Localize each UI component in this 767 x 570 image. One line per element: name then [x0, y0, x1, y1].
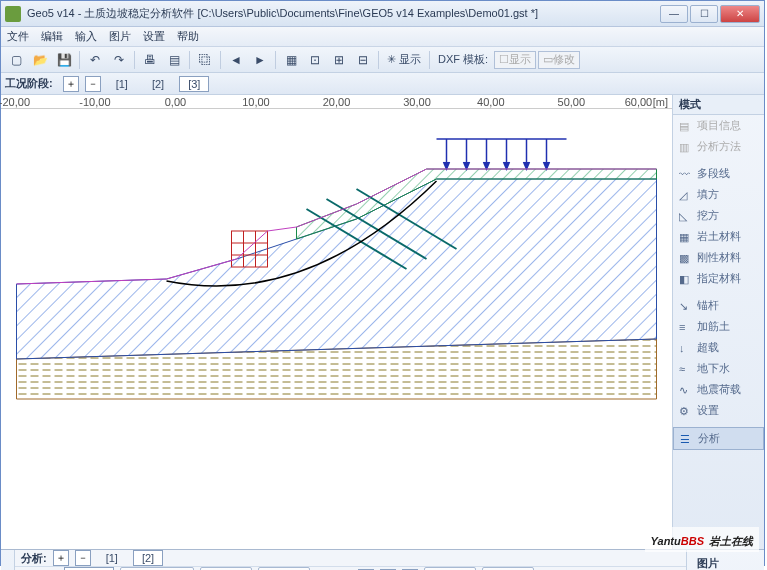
zoom2-icon[interactable]: ⊞ [328, 50, 350, 70]
pic-icon[interactable]: ▤ [163, 50, 185, 70]
redo-icon[interactable]: ↷ [108, 50, 130, 70]
stage-bar: 工况阶段: ＋ － [1] [2] [3] [1, 73, 764, 95]
stage-del-button[interactable]: － [85, 76, 101, 92]
analysis-label: 分析: [21, 551, 47, 566]
analysis-side-label: 分析 [1, 550, 15, 570]
stage-tab-3[interactable]: [3] [179, 76, 209, 92]
mode-setting[interactable]: ⚙设置 [673, 400, 764, 421]
new-icon[interactable]: ▢ [5, 50, 27, 70]
menu-set[interactable]: 设置 [143, 29, 165, 44]
mode-water[interactable]: ≈地下水 [673, 358, 764, 379]
stage-label: 工况阶段: [5, 76, 53, 91]
open-icon[interactable]: 📂 [29, 50, 51, 70]
menu-file[interactable]: 文件 [7, 29, 29, 44]
dxf-modify: ▭ 修改 [538, 51, 580, 69]
close-button[interactable]: ✕ [720, 5, 760, 23]
nav-right-icon[interactable]: ► [249, 50, 271, 70]
toolbar-show-label[interactable]: ✳ 显示 [387, 52, 421, 67]
analysis-tab-2[interactable]: [2] [133, 550, 163, 566]
mode-embankment[interactable]: ◿填方 [673, 184, 764, 205]
nav-left-icon[interactable]: ◄ [225, 50, 247, 70]
mode-soil[interactable]: ▦岩土材料 [673, 226, 764, 247]
ruler: -20,00 -10,00 0,00 10,00 20,00 30,00 40,… [1, 95, 672, 109]
watermark: YantuBBS 岩土在线 [645, 527, 759, 552]
titlebar: Geo5 v14 - 土质边坡稳定分析软件 [C:\Users\Public\D… [1, 1, 764, 27]
stage-tab-1[interactable]: [1] [107, 76, 137, 92]
undo-icon[interactable]: ↶ [84, 50, 106, 70]
dxf-show: ☐ 显示 [494, 51, 536, 69]
maximize-button[interactable]: ☐ [690, 5, 718, 23]
toolbar: ▢ 📂 💾 ↶ ↷ 🖶 ▤ ⿻ ◄ ► ▦ ⊡ ⊞ ⊟ ✳ 显示 DXF 模板:… [1, 47, 764, 73]
stage-add-button[interactable]: ＋ [63, 76, 79, 92]
print-icon[interactable]: 🖶 [139, 50, 161, 70]
stage-tab-2[interactable]: [2] [143, 76, 173, 92]
analysis-add[interactable]: ＋ [53, 550, 69, 566]
drawing-canvas[interactable] [1, 109, 672, 549]
mode-anchor[interactable]: ↘锚杆 [673, 295, 764, 316]
mode-panel: 模式 ▤项目信息 ▥分析方法 〰多段线 ◿填方 ◺挖方 ▦岩土材料 ▩刚性材料 … [672, 95, 764, 549]
mode-quake[interactable]: ∿地震荷载 [673, 379, 764, 400]
mode-method: ▥分析方法 [673, 136, 764, 157]
copy-icon[interactable]: ⿻ [194, 50, 216, 70]
mode-assign[interactable]: ◧指定材料 [673, 268, 764, 289]
menu-help[interactable]: 帮助 [177, 29, 199, 44]
app-icon [5, 6, 21, 22]
mode-analysis[interactable]: ☰分析 [673, 427, 764, 450]
mode-cut[interactable]: ◺挖方 [673, 205, 764, 226]
menubar: 文件 编辑 输入 图片 设置 帮助 [1, 27, 764, 47]
mode-polyline[interactable]: 〰多段线 [673, 163, 764, 184]
menu-edit[interactable]: 编辑 [41, 29, 63, 44]
menu-pic[interactable]: 图片 [109, 29, 131, 44]
pic-head: 图片 [691, 554, 760, 570]
analysis-del[interactable]: － [75, 550, 91, 566]
minimize-button[interactable]: — [660, 5, 688, 23]
zoom1-icon[interactable]: ⊡ [304, 50, 326, 70]
mode-reinforce[interactable]: ≡加筋土 [673, 316, 764, 337]
analysis-tab-1[interactable]: [1] [97, 550, 127, 566]
mode-project: ▤项目信息 [673, 115, 764, 136]
save-icon[interactable]: 💾 [53, 50, 75, 70]
grid-icon[interactable]: ▦ [280, 50, 302, 70]
mode-header: 模式 [673, 95, 764, 115]
window-title: Geo5 v14 - 土质边坡稳定分析软件 [C:\Users\Public\D… [27, 6, 660, 21]
dxf-label: DXF 模板: [438, 52, 488, 67]
zoom3-icon[interactable]: ⊟ [352, 50, 374, 70]
mode-rigid[interactable]: ▩刚性材料 [673, 247, 764, 268]
menu-input[interactable]: 输入 [75, 29, 97, 44]
mode-surcharge[interactable]: ↓超载 [673, 337, 764, 358]
